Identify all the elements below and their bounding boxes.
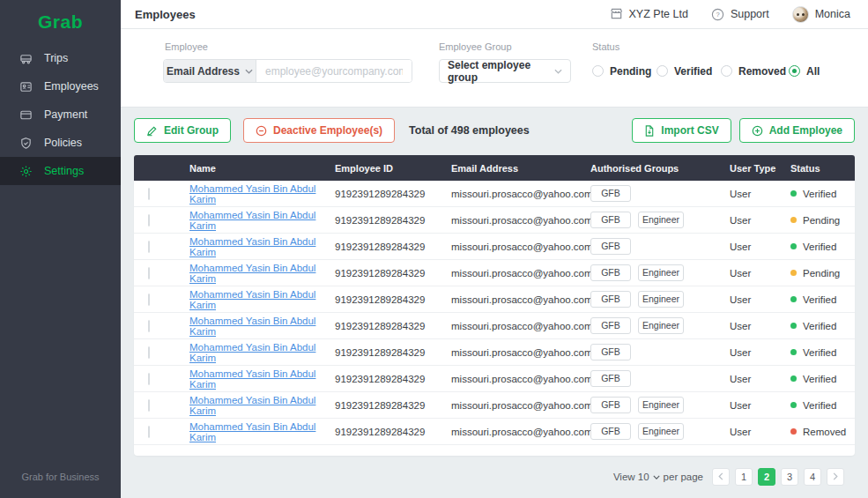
row-checkbox[interactable]	[148, 399, 150, 412]
chevron-down-icon	[245, 69, 253, 74]
status-radio-verified[interactable]: Verified	[657, 59, 712, 83]
import-csv-button[interactable]: Import CSV	[632, 118, 731, 143]
group-chip[interactable]: Engineer	[638, 423, 684, 440]
employee-name-link[interactable]: Mohammed Yasin Bin Abdul Karim	[189, 236, 315, 257]
next-page-button[interactable]	[827, 468, 844, 486]
main-area: Employees XYZ Pte Ltd ? Support Monica	[121, 0, 868, 498]
email-cell: missouri.prosacco@yahoo.com	[451, 242, 590, 252]
group-chip[interactable]: GFB	[590, 423, 631, 440]
row-checkbox[interactable]	[148, 346, 150, 359]
group-chip[interactable]: Engineer	[638, 317, 684, 334]
employee-id-cell: 9192391289284329	[335, 215, 451, 226]
user-type-cell: User	[730, 189, 790, 199]
row-checkbox[interactable]	[148, 188, 150, 200]
user-type-cell: User	[730, 400, 790, 411]
group-chip[interactable]: GFB	[590, 344, 631, 360]
sidebar-item-settings[interactable]: Settings	[0, 157, 121, 185]
email-cell: missouri.prosacco@yahoo.com	[451, 215, 590, 226]
table-row: Mohammed Yasin Bin Abdul Karim 919239128…	[134, 419, 855, 445]
sidebar-item-trips[interactable]: Trips	[0, 44, 121, 72]
row-checkbox[interactable]	[148, 214, 150, 227]
group-chip[interactable]: GFB	[590, 212, 631, 228]
user-type-cell: User	[730, 268, 790, 279]
group-select-value: Select employee group	[448, 59, 554, 84]
page-button-1[interactable]: 1	[735, 468, 753, 486]
status-label: Verified	[803, 400, 836, 411]
employee-group-select[interactable]: Select employee group	[439, 59, 571, 83]
group-chip[interactable]: GFB	[590, 397, 631, 413]
group-chip[interactable]: GFB	[590, 291, 631, 308]
sidebar-item-payment[interactable]: Payment	[0, 100, 121, 129]
sidebar-item-label: Payment	[44, 108, 87, 121]
employee-name-link[interactable]: Mohammed Yasin Bin Abdul Karim	[189, 395, 315, 416]
row-checkbox[interactable]	[148, 267, 150, 279]
support-link[interactable]: ? Support	[711, 8, 769, 21]
employee-name-link[interactable]: Mohammed Yasin Bin Abdul Karim	[189, 421, 315, 442]
add-employee-button[interactable]: Add Employee	[739, 118, 855, 143]
groups-cell: GFBEngineer	[590, 264, 730, 281]
row-checkbox[interactable]	[148, 294, 150, 306]
employee-search-input[interactable]	[256, 60, 412, 82]
sidebar-item-policies[interactable]: Policies	[0, 129, 121, 157]
employee-name-link[interactable]: Mohammed Yasin Bin Abdul Karim	[189, 289, 315, 310]
user-type-cell: User	[730, 347, 790, 358]
credit-card-icon	[19, 108, 33, 122]
edit-group-button[interactable]: Edit Group	[134, 118, 231, 143]
deactivate-employees-button[interactable]: Deactive Employee(s)	[243, 118, 395, 143]
status-radio-pending[interactable]: Pending	[592, 59, 651, 83]
group-chip[interactable]: Engineer	[638, 212, 684, 228]
page-button-2[interactable]: 2	[758, 468, 775, 486]
column-header-status: Status	[790, 163, 855, 174]
groups-cell: GFB	[590, 185, 730, 202]
page-title: Employees	[135, 8, 196, 21]
group-chip[interactable]: Engineer	[638, 397, 684, 413]
minus-circle-icon	[256, 125, 267, 137]
status-cell: Verified	[790, 347, 855, 358]
gear-icon	[19, 164, 33, 178]
search-type-dropdown[interactable]: Email Address	[164, 60, 256, 82]
group-chip[interactable]: GFB	[590, 264, 631, 281]
group-chip[interactable]: Engineer	[638, 291, 684, 308]
status-radio-all[interactable]: All	[789, 59, 820, 83]
group-chip[interactable]: GFB	[590, 317, 631, 334]
chevron-right-icon	[833, 472, 838, 482]
group-chip[interactable]: GFB	[590, 370, 631, 387]
status-label: Verified	[803, 347, 836, 358]
employee-name-link[interactable]: Mohammed Yasin Bin Abdul Karim	[189, 316, 315, 337]
page-button-4[interactable]: 4	[804, 468, 821, 486]
sidebar-item-employees[interactable]: Employees	[0, 72, 121, 100]
row-checkbox[interactable]	[148, 241, 150, 253]
prev-page-button[interactable]	[712, 468, 730, 486]
group-chip[interactable]: Engineer	[638, 264, 684, 281]
employee-id-cell: 9192391289284329	[335, 427, 451, 437]
per-page-dropdown[interactable]: View 10 per page	[613, 472, 703, 482]
group-chip[interactable]: GFB	[590, 185, 631, 202]
table-row: Mohammed Yasin Bin Abdul Karim 919239128…	[134, 234, 855, 260]
question-circle-icon: ?	[711, 8, 724, 21]
column-header-user-type: User Type	[730, 163, 790, 174]
employee-name-link[interactable]: Mohammed Yasin Bin Abdul Karim	[189, 263, 315, 284]
groups-cell: GFBEngineer	[590, 291, 730, 308]
employee-name-link[interactable]: Mohammed Yasin Bin Abdul Karim	[189, 342, 315, 363]
employee-name-link[interactable]: Mohammed Yasin Bin Abdul Karim	[189, 210, 315, 231]
group-chip[interactable]: GFB	[590, 238, 631, 255]
row-checkbox[interactable]	[148, 426, 150, 438]
company-menu[interactable]: XYZ Pte Ltd	[610, 8, 688, 21]
view-count: View 10	[613, 472, 649, 482]
status-dot-icon	[790, 349, 797, 355]
email-cell: missouri.prosacco@yahoo.com	[451, 294, 590, 305]
employees-table: NameEmployee IDEmail AddressAuthorised G…	[134, 155, 855, 456]
row-checkbox[interactable]	[148, 373, 150, 385]
status-label: Pending	[803, 268, 840, 279]
radio-icon	[592, 65, 604, 77]
employee-name-link[interactable]: Mohammed Yasin Bin Abdul Karim	[189, 183, 315, 204]
user-name: Monica	[815, 8, 850, 20]
radio-label: Verified	[674, 65, 712, 78]
employee-name-link[interactable]: Mohammed Yasin Bin Abdul Karim	[189, 368, 315, 390]
column-header-authorised-groups: Authorised Groups	[590, 163, 730, 174]
page-button-3[interactable]: 3	[781, 468, 798, 486]
status-radio-removed[interactable]: Removed	[721, 59, 786, 83]
row-checkbox[interactable]	[148, 320, 150, 332]
user-menu[interactable]: Monica	[792, 6, 850, 23]
groups-cell: GFB	[590, 344, 730, 360]
